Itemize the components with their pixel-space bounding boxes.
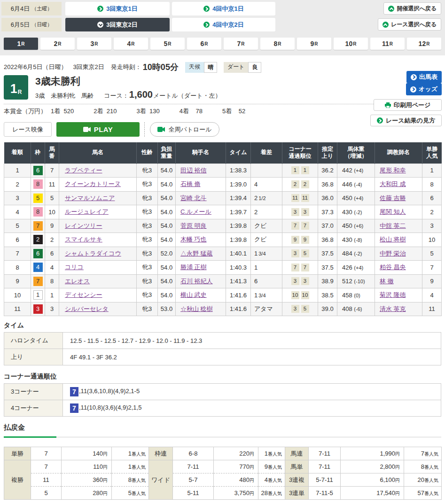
race-tab[interactable]: 1R [4,38,38,50]
corner-positions: 22 [282,178,318,192]
frame-number-badge: 8 [33,179,43,189]
race-tab[interactable]: 5R [150,38,185,50]
trainer-name-link[interactable]: 粕谷 昌央 [380,264,406,271]
horse-weight: 430 (-2) [337,205,375,219]
corner4-label: 4コーナー [4,400,63,417]
horse-weight: 442 (+4) [337,163,375,178]
race-conditions: 3歳 未勝利牝 馬齢 コース： 1,600 メートル（ダート・左） [35,90,221,100]
margin: 4 [251,178,282,192]
race-video-button[interactable]: レース映像 [4,122,52,137]
meeting-button-chukyo2[interactable]: 4回中京2日 [172,18,275,31]
trainer-name-link[interactable]: 菊沢 隆徳 [380,291,406,298]
last-furlongs-label: 上り [4,349,63,365]
horse-name-link[interactable]: シャムトラダイコウ [65,250,121,257]
horse-name-link[interactable]: ラブペティー [65,167,102,174]
trainer-name-link[interactable]: 林 徹 [380,278,394,285]
horse-name-link[interactable]: ルージュレイア [65,208,109,215]
course-distance: 1,600 [129,90,153,100]
finish-time: 1:40.3 [226,261,251,275]
jockey-name-link[interactable]: △永野 猛蔵 [180,250,213,257]
print-page-button[interactable]: 印刷用ページ [374,99,442,111]
trainer-name-link[interactable]: 佐藤 吉勝 [380,194,406,202]
horse-weight: 450 (+4) [337,191,375,205]
margin: 1 [251,261,282,275]
horse-name-link[interactable]: スマイルサキ [65,236,102,243]
corner-positions: 1010 [282,288,318,302]
jockey-name-link[interactable]: 勝浦 正樹 [180,264,207,271]
jockey-name-link[interactable]: 木幡 巧也 [180,236,207,243]
horse-name-link[interactable]: レインツリー [65,222,102,229]
horse-name-link[interactable]: シルバーセレタ [65,305,109,312]
jockey-name-link[interactable]: 菅原 明良 [180,222,207,229]
race-result-guide-button[interactable]: レース結果の見方 [370,115,442,126]
race-tab[interactable]: 3R [77,38,111,50]
jockey-name-link[interactable]: ☆秋山 稔樹 [180,305,213,312]
horse-number: 8 [45,274,59,288]
last-3f-time: 36.8 [318,233,337,247]
payout-title: 払戻金 [4,423,441,432]
finish-time: 1:39.4 [226,191,251,205]
chevron-right-icon [410,86,416,93]
race-tab[interactable]: 10R [334,38,368,50]
race-tab[interactable]: 11R [370,38,405,50]
race-tab[interactable]: 2R [40,38,75,50]
race-tab[interactable]: 12R [407,38,441,50]
finish-position: 3 [4,191,31,205]
jockey-name-link[interactable]: 石川 裕紀人 [180,278,213,285]
finish-position: 9 [4,274,31,288]
meeting-button-chukyo1[interactable]: 4回中京1日 [172,2,275,16]
leader-box: 7 [70,403,78,413]
jockey-name-link[interactable]: 宮崎 北斗 [180,194,207,202]
carried-weight: 54.0 [158,205,176,219]
horse-number: 2 [45,233,59,247]
carried-weight: 54.0 [158,191,176,205]
finish-position: 8 [4,261,31,275]
furlong-time-value: 12.5 - 11.5 - 12.5 - 12.7 - 12.9 - 12.0 … [63,333,441,349]
race-tab[interactable]: 7R [224,38,258,50]
meeting-button-tokyo1[interactable]: 3回東京1日 [65,2,170,16]
odds-button[interactable]: オッズ [406,83,442,95]
last-3f-time: 37.5 [318,261,337,275]
sex-age: 牝3 [137,163,158,178]
jockey-name-link[interactable]: 田辺 裕信 [180,167,207,174]
race-tab[interactable]: 8R [260,38,295,50]
jockey-name-link[interactable]: 石橋 脩 [180,180,201,187]
trainer-name-link[interactable]: 中舘 英二 [380,222,406,229]
horse-name-link[interactable]: コリコ [65,264,84,271]
race-tab[interactable]: 9R [297,38,331,50]
trainer-name-link[interactable]: 大和田 成 [380,180,406,187]
horse-name-link[interactable]: サンマルソムニア [65,194,115,202]
play-button[interactable]: PLAY [56,122,140,137]
back-to-race-select-button[interactable]: レース選択へ戻る [378,18,441,31]
horse-name-link[interactable]: エレオス [65,278,90,285]
race-tab[interactable]: 4R [114,38,148,50]
meeting-button-tokyo2-selected[interactable]: 3回東京2日 [65,18,170,31]
patrol-video-button[interactable]: 全周パトロール [150,122,219,137]
jockey-name-link[interactable]: C.ルメール [180,208,211,215]
trainer-name-link[interactable]: 中野 栄治 [380,250,406,257]
trainer-name-link[interactable]: 松山 将樹 [380,236,406,243]
trainer-name-link[interactable]: 尾関 知人 [380,208,406,215]
race-tab[interactable]: 6R [187,38,221,50]
finish-position: 1 [4,163,31,178]
win-popularity: 1 [422,163,442,178]
back-to-meeting-button[interactable]: 開催選択へ戻る [383,2,441,15]
last-3f-time: 36.8 [318,178,337,192]
wide-label: ワイド [149,460,173,500]
frame-number-badge: 2 [33,235,43,244]
horse-name-link[interactable]: クイーンカトリーヌ [65,180,121,187]
entries-button[interactable]: 出馬表 [406,71,442,83]
margin: クビ [251,219,282,233]
frame-number-badge: 5 [33,194,43,203]
date-row-1: 6月4日（土曜） 3回東京1日 4回中京1日 開催選択へ戻る [1,2,441,16]
corner-section-title: コーナー通過順位 [4,372,441,381]
jockey-name-link[interactable]: 横山 武史 [180,291,207,298]
frame-number-badge: 3 [33,304,43,314]
corner-table: 3コーナー 7,11(3,6,10,8)(4,9)2,1-5 4コーナー 7,1… [4,383,441,417]
horse-weight: 430 (-8) [337,233,375,247]
trainer-name-link[interactable]: 尾形 和幸 [380,167,406,174]
date-cell-sun: 6月5日（日曜） [1,18,62,31]
horse-name-link[interactable]: ディセンシー [65,291,102,298]
trainer-name-link[interactable]: 清水 英克 [380,305,406,312]
finish-position: 11 [4,302,31,316]
